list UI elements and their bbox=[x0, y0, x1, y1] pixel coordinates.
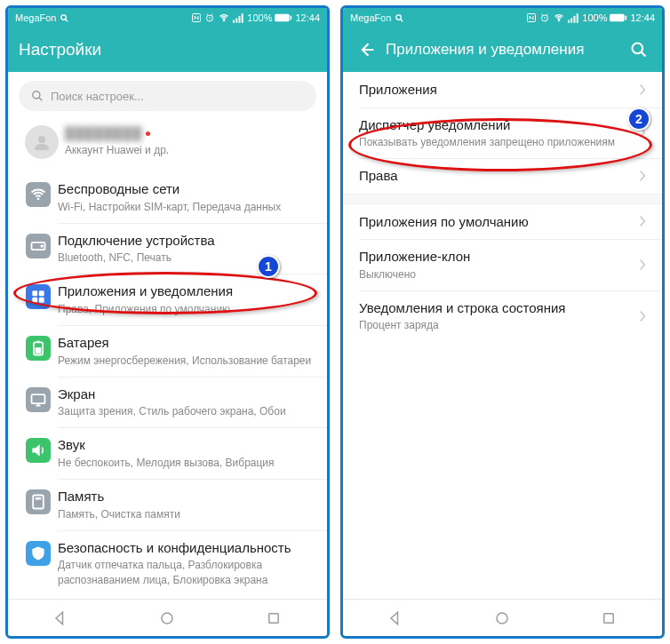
svg-rect-39 bbox=[626, 16, 627, 20]
clock-label: 12:44 bbox=[630, 12, 655, 23]
account-name-masked: ████████ bbox=[65, 126, 142, 140]
row-title: Диспетчер уведомлений bbox=[359, 116, 635, 134]
settings-row-sound[interactable]: ЗвукНе беспокоить, Мелодия вызова, Вибра… bbox=[8, 427, 327, 479]
apps-notif-list[interactable]: ПриложенияДиспетчер уведомленийПоказыват… bbox=[343, 72, 662, 599]
arrow-left-icon bbox=[357, 41, 375, 59]
nav-bar bbox=[8, 599, 327, 636]
nav-back-icon[interactable] bbox=[388, 610, 404, 626]
carrier-label: MegaFon bbox=[15, 12, 56, 23]
battery-pct: 100% bbox=[582, 12, 607, 23]
wifi-icon bbox=[218, 12, 230, 23]
svg-rect-37 bbox=[577, 13, 578, 22]
wifi-icon bbox=[553, 12, 565, 23]
callout-badge-1: 1 bbox=[257, 255, 280, 278]
svg-point-16 bbox=[41, 244, 44, 247]
list-row[interactable]: Приложение-клонВыключено bbox=[343, 239, 662, 290]
search-icon bbox=[630, 41, 648, 59]
phone-left: MegaFon 100% 12:44 Настройки Поиск настр… bbox=[5, 5, 330, 639]
back-button[interactable] bbox=[354, 41, 379, 59]
svg-rect-25 bbox=[33, 496, 44, 509]
avatar bbox=[25, 125, 59, 159]
svg-rect-35 bbox=[571, 18, 573, 22]
svg-rect-5 bbox=[233, 20, 235, 22]
account-row[interactable]: ████████ Аккаунт Huawei и др. bbox=[8, 116, 327, 171]
svg-line-12 bbox=[39, 98, 43, 101]
list-row[interactable]: Права bbox=[343, 158, 662, 194]
section-gap bbox=[343, 194, 662, 204]
nav-home-icon[interactable] bbox=[159, 610, 175, 626]
search-input[interactable]: Поиск настроек... bbox=[19, 81, 316, 111]
settings-list[interactable]: Поиск настроек... ████████ Аккаунт Huawe… bbox=[8, 72, 327, 599]
svg-point-40 bbox=[633, 44, 643, 54]
signal-icon bbox=[568, 13, 579, 23]
chevron-right-icon bbox=[635, 215, 650, 227]
svg-point-42 bbox=[497, 613, 507, 624]
app-bar: Настройки bbox=[8, 28, 327, 72]
page-title: Приложения и уведомления bbox=[386, 41, 619, 59]
status-bar: MegaFon 100% 12:44 bbox=[8, 8, 327, 28]
svg-rect-38 bbox=[610, 14, 625, 21]
svg-rect-8 bbox=[242, 13, 243, 22]
settings-row-wifi[interactable]: Беспроводные сетиWi-Fi, Настройки SIM-ка… bbox=[8, 171, 327, 223]
list-row[interactable]: Диспетчер уведомленийПоказывать уведомле… bbox=[343, 107, 662, 159]
apps-icon bbox=[26, 284, 51, 309]
svg-point-14 bbox=[37, 198, 40, 201]
wifi-icon bbox=[26, 182, 51, 207]
row-sub: Память, Очистка памяти bbox=[58, 507, 315, 521]
list-row[interactable]: Уведомления и строка состоянияПроцент за… bbox=[343, 290, 662, 342]
svg-rect-26 bbox=[36, 497, 42, 500]
nav-recent-icon[interactable] bbox=[266, 610, 282, 626]
chevron-right-icon bbox=[635, 83, 650, 96]
notification-dot bbox=[146, 131, 150, 136]
row-title: Права bbox=[359, 167, 635, 185]
battery-pct: 100% bbox=[247, 12, 272, 23]
link-icon bbox=[26, 234, 51, 258]
carrier-label: MegaFon bbox=[350, 12, 391, 23]
svg-rect-24 bbox=[32, 394, 45, 403]
settings-row-shield[interactable]: Безопасность и конфиденциальностьДатчик … bbox=[8, 530, 327, 596]
alarm-icon bbox=[539, 12, 550, 23]
row-title: Подключение устройства bbox=[58, 232, 315, 250]
row-title: Звук bbox=[58, 436, 315, 454]
nav-bar bbox=[343, 599, 662, 636]
status-bar: MegaFon 100% 12:44 bbox=[343, 8, 662, 28]
list-row[interactable]: Приложения bbox=[343, 72, 662, 107]
nfc-icon bbox=[526, 12, 537, 23]
row-title: Приложения bbox=[359, 81, 635, 99]
display-icon bbox=[26, 387, 51, 412]
nav-home-icon[interactable] bbox=[494, 610, 510, 626]
row-title: Безопасность и конфиденциальность bbox=[58, 539, 315, 557]
shield-icon bbox=[26, 541, 51, 566]
callout-badge-2: 2 bbox=[627, 107, 650, 131]
svg-rect-18 bbox=[39, 291, 44, 297]
nav-recent-icon[interactable] bbox=[601, 610, 617, 626]
settings-row-storage[interactable]: ПамятьПамять, Очистка памяти bbox=[8, 479, 327, 530]
page-title: Настройки bbox=[19, 40, 316, 60]
settings-row-battery[interactable]: БатареяРежим энергосбережения, Использов… bbox=[8, 325, 327, 377]
chevron-right-icon bbox=[635, 170, 650, 182]
svg-line-30 bbox=[401, 19, 403, 21]
battery-icon bbox=[610, 13, 627, 22]
row-title: Память bbox=[58, 488, 315, 505]
svg-point-11 bbox=[33, 91, 40, 99]
signal-icon bbox=[233, 13, 244, 23]
list-row[interactable]: Приложения по умолчанию bbox=[343, 204, 662, 240]
settings-row-apps[interactable]: Приложения и уведомленияПрава, Приложени… bbox=[8, 274, 327, 325]
chevron-right-icon bbox=[635, 258, 650, 271]
row-title: Батарея bbox=[58, 334, 315, 352]
svg-point-0 bbox=[61, 14, 67, 20]
row-sub: Защита зрения, Стиль рабочего экрана, Об… bbox=[58, 404, 315, 418]
app-bar: Приложения и уведомления bbox=[343, 28, 662, 72]
row-sub: Выключено bbox=[359, 267, 635, 282]
svg-rect-28 bbox=[269, 613, 279, 623]
row-title: Приложения и уведомления bbox=[58, 282, 315, 300]
search-icon bbox=[31, 90, 44, 102]
svg-point-4 bbox=[224, 20, 225, 20]
search-button[interactable] bbox=[626, 41, 651, 59]
svg-rect-19 bbox=[32, 298, 37, 303]
svg-point-29 bbox=[396, 14, 402, 20]
settings-row-display[interactable]: ЭкранЗащита зрения, Стиль рабочего экран… bbox=[8, 377, 327, 428]
nav-back-icon[interactable] bbox=[53, 610, 69, 626]
account-sub: Аккаунт Huawei и др. bbox=[65, 143, 315, 157]
search-placeholder: Поиск настроек... bbox=[51, 90, 144, 103]
